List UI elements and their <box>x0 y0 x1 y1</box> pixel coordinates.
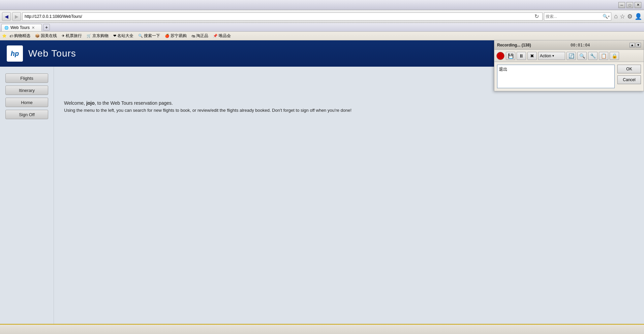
bookmark-item[interactable]: 🛒京东购物 <box>85 32 111 39</box>
settings-icon[interactable]: ⚙ <box>627 13 633 20</box>
tab-close-button[interactable]: ✕ <box>32 26 35 30</box>
recording-body: 退出 OK Cancel <box>494 62 644 91</box>
bookmark-icon: 🛍 <box>191 34 195 38</box>
page-body: Flights Itinerary Home Sign Off Welcome,… <box>0 67 644 324</box>
rec-tool2-button[interactable]: 🔍 <box>577 52 587 60</box>
bookmark-icon: 🔍 <box>138 34 143 38</box>
recording-toolbar: 💾 ⏸ ✖ Action ▾ 🔄 🔍 🔧 📋 🔒 <box>494 50 644 62</box>
user-icon[interactable]: 👤 <box>635 13 642 20</box>
dropdown-arrow-icon: ▾ <box>552 54 554 58</box>
flights-button[interactable]: Flights <box>5 73 48 83</box>
nav-icons: ⌂ ☆ ⚙ 👤 <box>614 13 642 20</box>
bookmarks-bar: ⭐ 🏷购物精选📦国美在线✈机票旅行🛒京东购物❤名站大全🔍搜索一下🍎苏宁易购🛍淘正… <box>0 32 644 40</box>
new-tab-button[interactable]: + <box>43 24 50 31</box>
recording-title: Recording... (138) <box>497 43 531 47</box>
username: jojo <box>86 100 95 106</box>
record-stop-button[interactable] <box>496 52 504 60</box>
instructions-text: Using the menu to the left, you can sear… <box>64 108 634 113</box>
tab-label: Web Tours <box>10 25 30 30</box>
site-title: Web Tours <box>28 48 76 59</box>
rec-pause-button[interactable]: ⏸ <box>517 52 526 60</box>
recording-scroll-up[interactable]: ▲ <box>630 43 635 47</box>
recording-timer: 00:01:04 <box>571 43 590 47</box>
sign-off-button[interactable]: Sign Off <box>5 110 48 119</box>
recording-header-controls: ▲ ▼ <box>630 43 641 47</box>
close-button[interactable]: ✕ <box>635 2 641 8</box>
forward-button[interactable]: ▶ <box>12 12 21 21</box>
tab-bar: 🌐 Web Tours ✕ + <box>0 23 644 32</box>
bookmark-label: 苏宁易购 <box>171 33 187 39</box>
action-label: Action <box>540 54 551 58</box>
recording-textarea[interactable]: 退出 <box>497 65 615 88</box>
bookmark-icon: 📌 <box>213 34 218 38</box>
bookmark-item[interactable]: ✈机票旅行 <box>60 32 84 39</box>
bookmark-icon: 🏷 <box>9 34 13 38</box>
hp-logo: hp <box>7 45 23 62</box>
left-sidebar: Flights Itinerary Home Sign Off <box>0 67 54 324</box>
favorites-icon[interactable]: ☆ <box>620 13 625 20</box>
welcome-text: Welcome, jojo, to the Web Tours reservat… <box>64 100 634 106</box>
bookmark-label: 国美在线 <box>41 33 57 39</box>
bookmarks-icon: ⭐ <box>2 34 7 38</box>
content-area: hp Web Tours Flights Itinerary Home Sign… <box>0 40 644 334</box>
bookmark-label: 购物精选 <box>14 33 30 39</box>
welcome-prefix: Welcome, <box>64 100 86 106</box>
welcome-suffix: , to the Web Tours reservation pages. <box>95 100 173 106</box>
recording-panel: Recording... (138) 00:01:04 ▲ ▼ 💾 ⏸ ✖ Ac… <box>494 40 644 91</box>
main-content: Welcome, jojo, to the Web Tours reservat… <box>54 67 644 324</box>
home-icon[interactable]: ⌂ <box>614 13 618 20</box>
rec-tool1-button[interactable]: 🔄 <box>566 52 576 60</box>
refresh-button[interactable]: ↻ <box>533 13 540 20</box>
recording-scroll-down[interactable]: ▼ <box>636 43 641 47</box>
minimize-button[interactable]: ─ <box>618 2 625 8</box>
rec-tool4-button[interactable]: 📋 <box>599 52 608 60</box>
bookmark-icon: 📦 <box>35 34 40 38</box>
bookmark-item[interactable]: 🍎苏宁易购 <box>163 32 189 39</box>
bookmark-icon: 🛒 <box>87 34 91 38</box>
bookmark-item[interactable]: 🛍淘正品 <box>189 32 210 39</box>
bookmark-icon: ✈ <box>62 34 65 38</box>
maximize-button[interactable]: □ <box>626 2 633 8</box>
rec-delete-button[interactable]: ✖ <box>527 52 537 60</box>
address-input[interactable] <box>25 14 533 19</box>
back-button[interactable]: ◀ <box>2 12 11 21</box>
bookmark-label: 淘正品 <box>196 33 208 39</box>
bookmark-item[interactable]: ❤名站大全 <box>111 32 135 39</box>
rec-tool3-button[interactable]: 🔧 <box>588 52 597 60</box>
bookmark-label: 唯品会 <box>219 33 231 39</box>
nav-bar: ◀ ▶ ↻ 🔍 ▾ ⌂ ☆ ⚙ 👤 <box>0 10 644 23</box>
bookmark-item[interactable]: 📌唯品会 <box>211 32 233 39</box>
search-dropdown[interactable]: ▾ <box>608 14 610 18</box>
cancel-button[interactable]: Cancel <box>617 75 641 84</box>
bookmark-item[interactable]: 🏷购物精选 <box>7 32 32 39</box>
search-button[interactable]: 🔍 <box>603 14 608 19</box>
title-bar: ─ □ ✕ <box>0 0 644 10</box>
home-nav-button[interactable]: Home <box>5 98 48 107</box>
rec-save-button[interactable]: 💾 <box>506 52 515 60</box>
bookmark-icon: ❤ <box>113 34 116 38</box>
bookmark-label: 名站大全 <box>117 33 133 39</box>
tab-favicon-icon: 🌐 <box>4 26 8 30</box>
active-tab[interactable]: 🌐 Web Tours ✕ <box>1 24 42 31</box>
bookmark-icon: 🍎 <box>165 34 170 38</box>
itinerary-button[interactable]: Itinerary <box>5 86 48 95</box>
search-input[interactable] <box>546 14 603 19</box>
bookmark-label: 机票旅行 <box>66 33 82 39</box>
bottom-bar <box>0 324 644 334</box>
rec-tool5-button[interactable]: 🔒 <box>610 52 619 60</box>
search-bar: 🔍 ▾ <box>544 12 611 21</box>
title-bar-buttons: ─ □ ✕ <box>618 2 641 8</box>
browser-window: ─ □ ✕ ◀ ▶ ↻ 🔍 ▾ ⌂ ☆ ⚙ 👤 🌐 Web Tours ✕ <box>0 0 644 334</box>
recording-header: Recording... (138) 00:01:04 ▲ ▼ <box>494 40 644 50</box>
bookmark-label: 搜索一下 <box>144 33 160 39</box>
recording-action-buttons: OK Cancel <box>617 65 641 84</box>
bookmark-item[interactable]: 📦国美在线 <box>33 32 59 39</box>
address-bar: ↻ <box>22 12 543 21</box>
logo-text: hp <box>11 50 19 58</box>
bookmark-item[interactable]: 🔍搜索一下 <box>136 32 162 39</box>
bookmark-label: 京东购物 <box>92 33 109 39</box>
action-dropdown[interactable]: Action ▾ <box>538 52 565 60</box>
ok-button[interactable]: OK <box>617 65 641 73</box>
